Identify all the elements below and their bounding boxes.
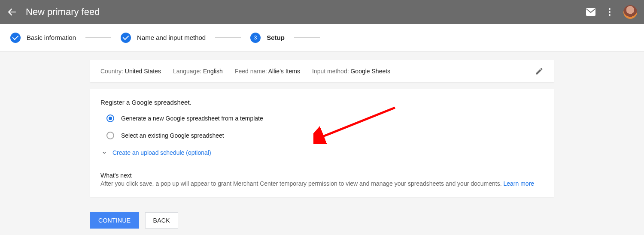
step-connector: [294, 37, 320, 38]
page-title: New primary feed: [26, 6, 586, 18]
feed-summary-card: Country: United States Language: English…: [90, 60, 554, 82]
expand-link-label: Create an upload schedule (optional): [112, 149, 211, 156]
summary-language-label: Language:: [173, 68, 203, 75]
svg-point-1: [609, 8, 611, 10]
summary-inputmethod: Input method: Google Sheets: [312, 68, 390, 75]
summary-language: Language: English: [173, 68, 223, 75]
radio-label: Select an existing Google spreadsheet: [121, 132, 224, 139]
step-basic-information[interactable]: Basic information: [10, 33, 76, 43]
avatar[interactable]: [623, 5, 637, 19]
summary-feedname: Feed name: Allie's Items: [235, 68, 300, 75]
summary-inputmethod-value: Google Sheets: [350, 68, 390, 75]
action-buttons: CONTINUE BACK: [90, 212, 554, 229]
back-arrow-icon[interactable]: [7, 7, 17, 17]
summary-values: Country: United States Language: English…: [100, 68, 390, 75]
radio-label: Generate a new Google spreadsheet from a…: [121, 115, 263, 122]
app-header: New primary feed: [0, 0, 644, 24]
summary-inputmethod-label: Input method:: [312, 68, 351, 75]
whats-next-body: After you click save, a pop up will appe…: [100, 180, 544, 188]
pencil-icon[interactable]: [535, 67, 544, 75]
svg-point-3: [609, 14, 611, 16]
radio-icon: [106, 132, 114, 139]
step-name-input-method[interactable]: Name and input method: [121, 33, 206, 43]
step-number-badge: 3: [250, 33, 261, 43]
summary-country: Country: United States: [100, 68, 161, 75]
stepper: Basic information Name and input method …: [0, 24, 644, 51]
svg-point-2: [609, 11, 611, 13]
check-icon: [121, 33, 131, 43]
step-connector: [85, 37, 111, 38]
step-connector: [215, 37, 241, 38]
step-label: Basic information: [27, 34, 76, 41]
radio-icon: [106, 114, 114, 122]
learn-more-link[interactable]: Learn more: [504, 180, 535, 187]
summary-feedname-value: Allie's Items: [268, 68, 300, 75]
whats-next-section: What's next After you click save, a pop …: [100, 172, 544, 188]
mail-icon[interactable]: [586, 7, 596, 17]
overflow-menu-icon[interactable]: [605, 7, 615, 17]
back-button[interactable]: BACK: [145, 212, 178, 229]
chevron-down-icon: [100, 149, 108, 157]
header-actions: [586, 5, 637, 19]
radio-generate-new-spreadsheet[interactable]: Generate a new Google spreadsheet from a…: [106, 114, 544, 122]
continue-button[interactable]: CONTINUE: [90, 212, 139, 229]
expand-upload-schedule[interactable]: Create an upload schedule (optional): [100, 149, 544, 157]
radio-select-existing-spreadsheet[interactable]: Select an existing Google spreadsheet: [106, 132, 544, 139]
check-icon: [10, 33, 21, 43]
content: Country: United States Language: English…: [0, 51, 644, 235]
step-label: Name and input method: [137, 34, 206, 41]
setup-card: Register a Google spreadsheet. Generate …: [90, 89, 554, 197]
step-setup[interactable]: 3 Setup: [250, 33, 285, 43]
summary-language-value: English: [203, 68, 223, 75]
whats-next-title: What's next: [100, 172, 544, 179]
summary-country-value: United States: [125, 68, 161, 75]
summary-country-label: Country:: [100, 68, 125, 75]
summary-feedname-label: Feed name:: [235, 68, 268, 75]
section-title: Register a Google spreadsheet.: [100, 99, 544, 106]
whats-next-text: After you click save, a pop up will appe…: [100, 180, 504, 187]
step-label: Setup: [267, 34, 285, 41]
